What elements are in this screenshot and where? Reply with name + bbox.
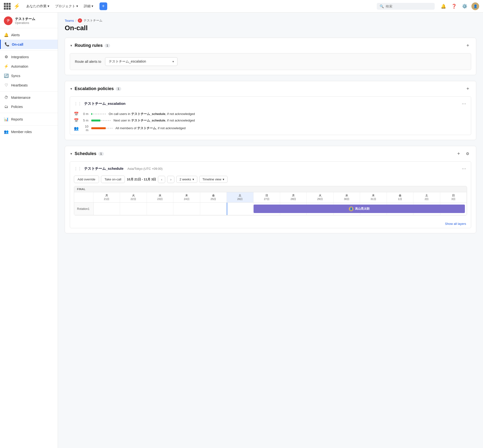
menu-projects[interactable]: プロジェクト ▾ xyxy=(53,3,80,10)
notifications-icon[interactable]: 🔔 xyxy=(440,2,447,10)
sidebar-label-syncs: Syncs xyxy=(11,74,20,78)
show-all-layers: Show all layers xyxy=(70,219,471,228)
cal-header-6: 日27日 xyxy=(254,192,280,203)
user-avatar[interactable]: 👤 xyxy=(471,2,479,10)
routing-rules-add-button[interactable]: + xyxy=(464,42,471,49)
schedule-controls: Add override Take on-call 10月 21日 - 11月 … xyxy=(70,176,471,186)
view-select-value: Timeline view xyxy=(202,177,221,181)
sidebar-label-alerts: Alerts xyxy=(11,33,20,37)
weeks-select[interactable]: 2 weeks ▾ xyxy=(176,176,197,183)
team-subtitle: Operations xyxy=(15,21,35,25)
cal-header-11: 金1日 xyxy=(387,192,413,203)
escalation-step-0: 📅 0 m On call users in テストチーム_schedule, … xyxy=(74,112,467,116)
sidebar-item-maintenance[interactable]: ⏱ Maintenance xyxy=(0,93,58,102)
cal-rotation-row: Rotation1 👤 xyxy=(74,203,467,215)
schedule-drag-handle[interactable]: ⋮⋮ xyxy=(74,166,82,171)
sidebar-item-member-roles[interactable]: 👥 Member roles xyxy=(0,127,58,136)
sidebar: テ テストチーム Operations 🔔 Alerts 📞 On-call ⚙… xyxy=(0,13,58,448)
sidebar-label-policies: Policies xyxy=(11,105,23,109)
step-0-icon: 📅 xyxy=(74,112,79,116)
settings-icon[interactable]: ⚙️ xyxy=(461,2,468,10)
cal-cell-4 xyxy=(200,203,227,215)
integrations-icon: ⚙ xyxy=(4,55,9,59)
policies-icon: 🗂 xyxy=(4,104,9,109)
schedules-add-button[interactable]: + xyxy=(455,150,462,158)
sidebar-item-automation[interactable]: ⚡ Automation xyxy=(0,62,58,71)
sidebar-item-heartbeats[interactable]: ♡ Heartbeats xyxy=(0,80,58,90)
escalation-drag-handle[interactable]: ⋮⋮ xyxy=(74,101,82,106)
schedule-more-menu[interactable]: ⋯ xyxy=(461,165,467,172)
escalation-item: ⋮⋮ テストチーム_escalation ⋯ 📅 0 m xyxy=(70,96,471,135)
schedules-header: ▼ Schedules 1 + ⚙ xyxy=(65,146,476,161)
escalation-policies-body: ⋮⋮ テストチーム_escalation ⋯ 📅 0 m xyxy=(65,96,476,140)
cal-final-label: FINAL xyxy=(74,186,467,192)
create-button[interactable]: + xyxy=(99,2,107,10)
page-title: On-call xyxy=(65,24,476,32)
sidebar-label-member-roles: Member roles xyxy=(11,130,32,134)
sidebar-item-integrations[interactable]: ⚙ Integrations xyxy=(0,52,58,62)
sidebar-divider-4 xyxy=(0,125,58,126)
cal-cell-1 xyxy=(120,203,147,215)
breadcrumb: Teams / テ テストチーム xyxy=(65,18,476,23)
search-input[interactable] xyxy=(386,4,432,8)
schedules-section: ▼ Schedules 1 + ⚙ ⋮⋮ テストチーム_schedule Asi… xyxy=(65,146,476,233)
topnav-menus: あなたの作業 ▾ プロジェクト ▾ 詳細 ▾ xyxy=(24,3,96,10)
escalation-policies-count: 1 xyxy=(116,87,121,91)
step-0-time: 0 m xyxy=(82,112,89,116)
sidebar-label-heartbeats: Heartbeats xyxy=(11,83,28,87)
cal-header-4: 金25日 xyxy=(200,192,227,203)
escalation-policies-toggle[interactable]: ▼ Escalation policies 1 xyxy=(70,86,462,91)
schedule-prev-button[interactable]: ‹ xyxy=(158,176,165,183)
schedule-date-range: 10月 21日 - 11月 3日 xyxy=(127,177,156,182)
cal-cell-5-today xyxy=(227,203,253,215)
escalation-step-1: 📅 5 m Next user in テストチーム_schedule, if n… xyxy=(74,118,467,123)
main-content: Teams / テ テストチーム On-call ▼ Routing rules… xyxy=(58,13,483,448)
weeks-select-value: 2 weeks xyxy=(179,177,191,181)
app-logo[interactable]: ⚡ xyxy=(14,3,20,9)
routing-label: Route all alerts to xyxy=(75,60,101,64)
take-oncall-button[interactable]: Take on-call xyxy=(101,176,125,183)
schedule-name: テストチーム_schedule xyxy=(84,166,123,171)
sidebar-item-oncall[interactable]: 📞 On-call xyxy=(0,40,58,49)
sidebar-item-syncs[interactable]: 🔄 Syncs xyxy=(0,71,58,80)
menu-details[interactable]: 詳細 ▾ xyxy=(81,3,96,10)
oncall-icon: 📞 xyxy=(5,42,9,47)
search-icon: 🔍 xyxy=(380,4,384,8)
cal-header-5-today: 土26日 xyxy=(227,192,253,203)
automation-icon: ⚡ xyxy=(4,64,9,69)
routing-rules-toggle[interactable]: ▼ Routing rules 1 xyxy=(70,43,462,48)
menu-your-work[interactable]: あなたの作業 ▾ xyxy=(24,3,52,10)
sidebar-label-integrations: Integrations xyxy=(11,55,29,59)
routing-select[interactable]: テストチーム_escalation ▾ xyxy=(105,57,177,66)
escalation-item-header: ⋮⋮ テストチーム_escalation ⋯ xyxy=(70,96,471,111)
cal-cell-3 xyxy=(173,203,200,215)
add-override-button[interactable]: Add override xyxy=(74,176,99,183)
sidebar-item-policies[interactable]: 🗂 Policies xyxy=(0,102,58,111)
help-icon[interactable]: ❓ xyxy=(450,2,458,10)
escalation-policies-title: Escalation policies xyxy=(75,86,114,91)
search-bar[interactable]: 🔍 xyxy=(377,3,435,10)
cal-header-13: 日3日 xyxy=(440,192,467,203)
sidebar-navigation: 🔔 Alerts 📞 On-call ⚙ Integrations ⚡ Auto… xyxy=(0,28,58,138)
escalation-policies-add-button[interactable]: + xyxy=(464,85,471,93)
grid-menu-icon[interactable] xyxy=(4,3,11,10)
sidebar-label-oncall: On-call xyxy=(12,42,23,46)
breadcrumb-teams[interactable]: Teams xyxy=(65,19,74,23)
alerts-icon: 🔔 xyxy=(4,32,9,37)
show-all-layers-link[interactable]: Show all layers xyxy=(445,222,466,225)
cal-header-row: 月21日 火22日 水23日 木24日 金25日 土26日 日27日 月28日 … xyxy=(74,192,467,203)
schedules-toggle[interactable]: ▼ Schedules 1 xyxy=(70,151,453,156)
sidebar-divider-2 xyxy=(0,91,58,92)
escalation-more-menu[interactable]: ⋯ xyxy=(461,100,467,107)
schedule-item-header: ⋮⋮ テストチーム_schedule Asia/Tokyo (UTC +09:0… xyxy=(70,161,471,176)
cal-header-12: 土2日 xyxy=(413,192,440,203)
schedules-settings-button[interactable]: ⚙ xyxy=(464,150,471,158)
escalation-step-2: 👥 10 m All members of テストチーム, if not ack… xyxy=(74,125,467,132)
schedules-body: ⋮⋮ テストチーム_schedule Asia/Tokyo (UTC +09:0… xyxy=(65,161,476,233)
sidebar-item-alerts[interactable]: 🔔 Alerts xyxy=(0,30,58,40)
view-select[interactable]: Timeline view ▾ xyxy=(199,176,227,183)
schedule-next-button[interactable]: › xyxy=(167,176,174,183)
schedules-count: 1 xyxy=(98,152,104,156)
sidebar-item-reports[interactable]: 📊 Reports xyxy=(0,114,58,124)
member-roles-icon: 👥 xyxy=(4,129,9,134)
